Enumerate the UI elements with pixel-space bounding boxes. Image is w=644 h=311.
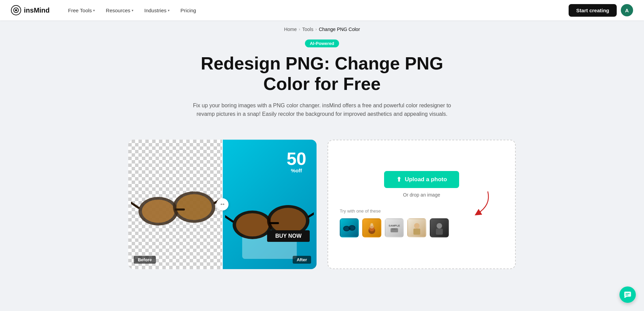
ai-badge: AI-Powered — [305, 40, 339, 47]
sample-thumb-5[interactable] — [430, 218, 449, 237]
promo-badge: 50 %off — [287, 150, 306, 173]
svg-point-12 — [270, 208, 306, 234]
svg-rect-20 — [349, 228, 351, 229]
comparison-inner: 50 %off BUY NOW ↔ Before After — [128, 140, 317, 269]
label-before: Before — [134, 256, 156, 264]
user-avatar[interactable]: A — [621, 4, 633, 16]
chevron-down-icon: ▾ — [132, 9, 133, 12]
breadcrumb: Home › Tools › Change PNG Color — [0, 20, 644, 36]
breadcrumb-current: Change PNG Color — [319, 27, 360, 32]
breadcrumb-tools[interactable]: Tools — [302, 27, 313, 32]
promo-number: 50 — [287, 150, 306, 168]
image-comparison: 50 %off BUY NOW ↔ Before After — [128, 140, 317, 269]
label-after: After — [293, 256, 311, 264]
svg-rect-31 — [436, 229, 443, 235]
svg-line-15 — [309, 212, 314, 217]
upload-icon: ⬆ — [396, 176, 401, 183]
svg-line-14 — [225, 216, 233, 221]
navbar-right: Start creating A — [569, 4, 633, 17]
svg-point-10 — [236, 213, 269, 236]
drop-text: Or drop an image — [403, 192, 440, 198]
comparison-divider-handle[interactable]: ↔ — [216, 198, 229, 211]
chat-bubble[interactable] — [619, 286, 636, 303]
svg-rect-29 — [413, 229, 420, 235]
svg-point-17 — [344, 227, 349, 231]
nav-item-industries[interactable]: Industries ▾ — [140, 5, 174, 16]
breadcrumb-separator-2: › — [316, 27, 317, 32]
svg-rect-13 — [269, 222, 279, 224]
svg-rect-34 — [626, 295, 628, 295]
upload-photo-button[interactable]: ⬆ Upload a photo — [384, 171, 459, 188]
nav-item-resources[interactable]: Resources ▾ — [101, 5, 138, 16]
svg-point-30 — [437, 223, 442, 229]
svg-rect-33 — [626, 293, 630, 294]
comparison-left — [128, 140, 222, 269]
sample-images: SAMPLEIDEA — [336, 218, 449, 237]
breadcrumb-separator: › — [299, 27, 300, 32]
svg-point-1 — [15, 9, 17, 11]
svg-line-7 — [131, 203, 138, 208]
arrow-decoration — [467, 188, 495, 219]
logo[interactable]: insMind — [11, 5, 50, 15]
svg-text:IDEA: IDEA — [392, 228, 397, 230]
sample-thumb-4[interactable] — [407, 218, 426, 237]
hero-section: AI-Powered Redesign PNG: Change PNG Colo… — [128, 36, 516, 129]
svg-text:SAMPLE: SAMPLE — [389, 224, 400, 227]
breadcrumb-home[interactable]: Home — [284, 27, 297, 32]
main-content: AI-Powered Redesign PNG: Change PNG Colo… — [117, 36, 527, 269]
sample-thumb-2[interactable] — [362, 218, 381, 237]
chevron-down-icon: ▾ — [93, 9, 95, 12]
try-text: Try with one of these — [336, 208, 381, 214]
sunglasses-before-image — [131, 170, 220, 238]
svg-point-28 — [414, 223, 420, 229]
svg-rect-32 — [624, 292, 631, 297]
svg-point-24 — [370, 223, 373, 226]
chat-icon — [624, 291, 632, 299]
logo-icon — [11, 5, 21, 15]
buy-now-label: BUY NOW — [267, 230, 310, 242]
chevron-down-icon: ▾ — [168, 9, 170, 12]
hero-description: Fix up your boring images with a PNG col… — [192, 101, 452, 119]
page-title: Redesign PNG: Change PNG Color for Free — [189, 53, 455, 94]
two-col-section: 50 %off BUY NOW ↔ Before After ⬆ Uplo — [128, 140, 516, 269]
upload-panel: ⬆ Upload a photo Or drop an image Try wi… — [327, 140, 516, 269]
navbar-nav: Free Tools ▾ Resources ▾ Industries ▾ Pr… — [63, 5, 569, 16]
svg-rect-6 — [175, 208, 185, 211]
nav-item-pricing[interactable]: Pricing — [176, 5, 201, 16]
start-creating-button[interactable]: Start creating — [569, 4, 617, 17]
sample-thumb-3[interactable]: SAMPLEIDEA — [385, 218, 404, 237]
svg-point-3 — [142, 200, 175, 223]
comparison-right: 50 %off BUY NOW — [222, 140, 317, 269]
sample-thumb-1[interactable] — [340, 218, 359, 237]
navbar: insMind Free Tools ▾ Resources ▾ Industr… — [0, 0, 644, 20]
svg-point-5 — [176, 194, 212, 220]
nav-item-free-tools[interactable]: Free Tools ▾ — [63, 5, 100, 16]
